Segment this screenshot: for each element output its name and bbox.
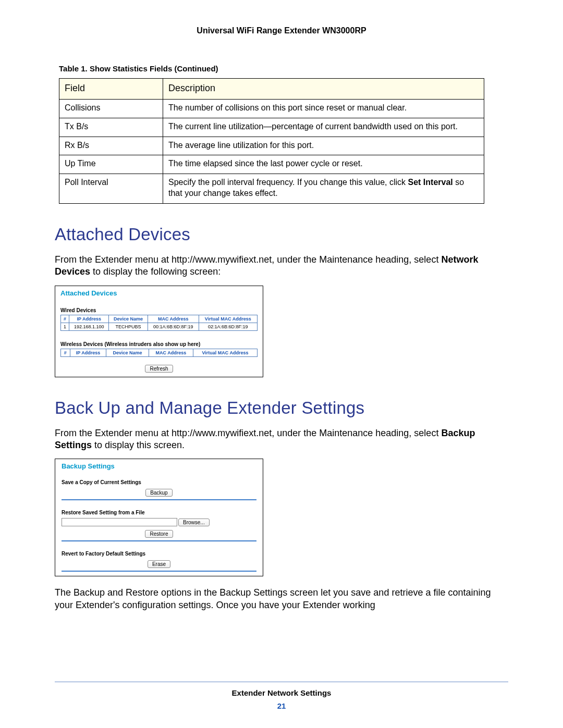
col-ip: IP Address — [70, 349, 106, 356]
col-description: Description — [163, 79, 484, 100]
footer-rule — [55, 682, 508, 682]
cell-field: Poll Interval — [59, 174, 163, 204]
col-ip: IP Address — [69, 315, 109, 323]
cell: TECHPUBS — [109, 323, 148, 330]
panel-title: Backup Settings — [62, 462, 256, 470]
footer: Extender Network Settings 21 — [55, 682, 508, 710]
cell-field: Tx B/s — [59, 118, 163, 137]
cell-field: Up Time — [59, 155, 163, 174]
cell-field: Collisions — [59, 100, 163, 118]
wireless-devices-label: Wireless Devices (Wireless intruders als… — [60, 341, 258, 347]
col-num: # — [61, 315, 69, 323]
stats-table: Field Description Collisions The number … — [59, 78, 484, 204]
restore-label: Restore Saved Setting from a File — [62, 510, 256, 515]
save-copy-label: Save a Copy of Current Settings — [62, 479, 256, 485]
col-vmac: Virtual MAC Address — [193, 349, 257, 356]
backup-button[interactable]: Backup — [145, 489, 172, 497]
attached-devices-screenshot: Attached Devices Wired Devices # IP Addr… — [55, 286, 263, 377]
cell-desc: The average line utilization for this po… — [163, 137, 484, 155]
text: to display the following screen: — [90, 266, 221, 277]
cell-field: Rx B/s — [59, 137, 163, 155]
erase-button[interactable]: Erase — [148, 560, 170, 568]
footer-section: Extender Network Settings — [55, 688, 508, 697]
col-mac: MAC Address — [148, 315, 199, 323]
page-number: 21 — [55, 701, 508, 710]
cell-desc: The number of collisions on this port si… — [163, 100, 484, 118]
paragraph: From the Extender menu at http://www.myw… — [55, 427, 493, 452]
text: From the Extender menu at http://www.myw… — [55, 428, 441, 438]
cell-desc: The current line utilization—percentage … — [163, 118, 484, 137]
cell-desc: The time elapsed since the last power cy… — [163, 155, 484, 174]
table-row: 1 192.168.1.100 TECHPUBS 00:1A:6B:6D:8F:… — [61, 323, 258, 330]
cell: 1 — [61, 323, 69, 330]
restore-button[interactable]: Restore — [145, 530, 173, 538]
paragraph: The Backup and Restore options in the Ba… — [55, 587, 493, 611]
page: Universal WiFi Range Extender WN3000RP T… — [0, 0, 563, 728]
col-mac: MAC Address — [149, 349, 193, 356]
cell: 02:1A:6B:6D:8F:19 — [199, 323, 257, 330]
col-devname: Device Name — [109, 315, 148, 323]
file-path-input[interactable] — [62, 518, 177, 526]
document-title: Universal WiFi Range Extender WN3000RP — [55, 26, 508, 35]
text: Specify the poll interval frequency. If … — [168, 178, 408, 187]
table-row: Poll Interval Specify the poll interval … — [59, 174, 484, 204]
section-heading-attached-devices: Attached Devices — [55, 225, 508, 244]
table-row: Tx B/s The current line utilization—perc… — [59, 118, 484, 137]
section-heading-backup: Back Up and Manage Extender Settings — [55, 398, 508, 418]
divider — [62, 571, 256, 572]
col-vmac: Virtual MAC Address — [199, 315, 257, 323]
table-row: Collisions The number of collisions on t… — [59, 100, 484, 118]
cell-desc: Specify the poll interval frequency. If … — [163, 174, 484, 204]
col-field: Field — [59, 79, 163, 100]
cell: 00:1A:6B:6D:8F:19 — [148, 323, 199, 330]
refresh-button[interactable]: Refresh — [145, 365, 173, 373]
cell: 192.168.1.100 — [69, 323, 109, 330]
col-devname: Device Name — [106, 349, 149, 356]
table-row: Rx B/s The average line utilization for … — [59, 137, 484, 155]
wired-devices-table: # IP Address Device Name MAC Address Vir… — [60, 315, 258, 331]
browse-button[interactable]: Browse... — [178, 519, 210, 526]
bold-text: Set Interval — [408, 178, 453, 187]
table-row: Up Time The time elapsed since the last … — [59, 155, 484, 174]
wired-devices-label: Wired Devices — [60, 307, 258, 313]
revert-label: Revert to Factory Default Settings — [62, 551, 256, 557]
divider — [62, 499, 256, 500]
table-caption: Table 1. Show Statistics Fields (Continu… — [59, 64, 508, 73]
panel-title: Attached Devices — [60, 289, 258, 297]
text: From the Extender menu at http://www.myw… — [55, 254, 441, 265]
paragraph: From the Extender menu at http://www.myw… — [55, 254, 493, 278]
backup-settings-screenshot: Backup Settings Save a Copy of Current S… — [55, 459, 263, 576]
col-num: # — [61, 349, 70, 356]
text: to display this screen. — [92, 440, 185, 450]
wireless-devices-table: # IP Address Device Name MAC Address Vir… — [60, 349, 258, 357]
divider — [62, 540, 256, 541]
